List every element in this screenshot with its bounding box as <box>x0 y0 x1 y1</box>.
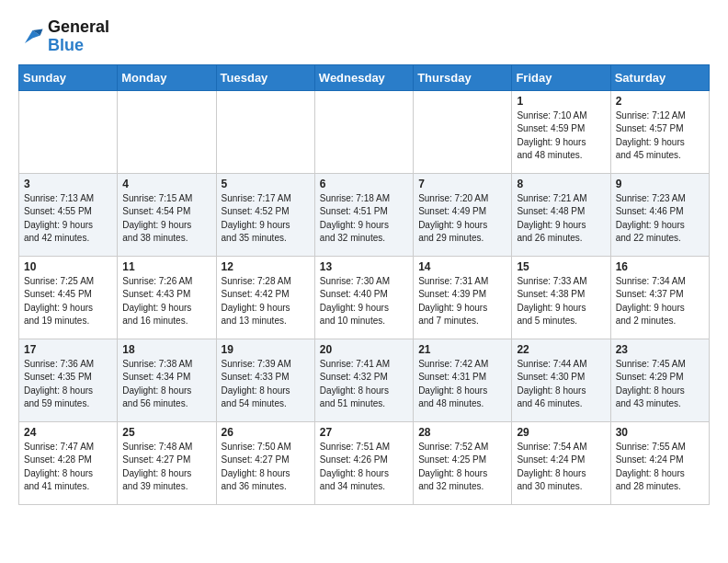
calendar-cell: 24Sunrise: 7:47 AM Sunset: 4:28 PM Dayli… <box>19 421 118 504</box>
calendar-cell: 12Sunrise: 7:28 AM Sunset: 4:42 PM Dayli… <box>216 256 314 339</box>
cell-info: Sunrise: 7:33 AM Sunset: 4:38 PM Dayligh… <box>517 275 605 328</box>
cell-info: Sunrise: 7:23 AM Sunset: 4:46 PM Dayligh… <box>616 192 704 246</box>
calendar-cell: 2Sunrise: 7:12 AM Sunset: 4:57 PM Daylig… <box>610 90 709 173</box>
day-number: 8 <box>517 178 605 190</box>
weekday-header: Monday <box>118 64 216 90</box>
day-number: 29 <box>517 426 605 439</box>
day-number: 5 <box>222 178 310 190</box>
day-number: 27 <box>320 426 408 439</box>
calendar-cell <box>19 90 118 173</box>
cell-info: Sunrise: 7:47 AM Sunset: 4:28 PM Dayligh… <box>24 441 112 494</box>
weekday-header: Wednesday <box>314 64 413 90</box>
calendar-cell: 26Sunrise: 7:50 AM Sunset: 4:27 PM Dayli… <box>216 421 314 504</box>
calendar-cell: 16Sunrise: 7:34 AM Sunset: 4:37 PM Dayli… <box>610 256 709 339</box>
calendar-cell: 30Sunrise: 7:55 AM Sunset: 4:24 PM Dayli… <box>610 421 709 504</box>
cell-info: Sunrise: 7:38 AM Sunset: 4:34 PM Dayligh… <box>122 358 210 411</box>
weekday-header-row: SundayMondayTuesdayWednesdayThursdayFrid… <box>19 64 710 90</box>
cell-info: Sunrise: 7:15 AM Sunset: 4:54 PM Dayligh… <box>122 192 210 246</box>
day-number: 26 <box>222 426 310 439</box>
day-number: 21 <box>418 343 506 356</box>
cell-info: Sunrise: 7:51 AM Sunset: 4:26 PM Dayligh… <box>320 441 408 494</box>
calendar-cell: 23Sunrise: 7:45 AM Sunset: 4:29 PM Dayli… <box>610 339 709 421</box>
day-number: 11 <box>122 260 210 273</box>
calendar-cell: 14Sunrise: 7:31 AM Sunset: 4:39 PM Dayli… <box>414 256 512 339</box>
cell-info: Sunrise: 7:45 AM Sunset: 4:29 PM Dayligh… <box>616 358 704 411</box>
day-number: 23 <box>616 343 704 356</box>
calendar-cell: 11Sunrise: 7:26 AM Sunset: 4:43 PM Dayli… <box>118 256 216 339</box>
day-number: 10 <box>24 260 112 273</box>
day-number: 6 <box>320 178 408 190</box>
day-number: 17 <box>24 343 112 356</box>
page-header: General Blue <box>18 18 710 55</box>
calendar-cell: 20Sunrise: 7:41 AM Sunset: 4:32 PM Dayli… <box>314 339 413 421</box>
day-number: 19 <box>222 343 310 356</box>
cell-info: Sunrise: 7:41 AM Sunset: 4:32 PM Dayligh… <box>320 358 408 411</box>
day-number: 2 <box>616 95 704 108</box>
calendar-cell: 18Sunrise: 7:38 AM Sunset: 4:34 PM Dayli… <box>118 339 216 421</box>
calendar-cell: 3Sunrise: 7:13 AM Sunset: 4:55 PM Daylig… <box>19 173 118 256</box>
weekday-header: Saturday <box>610 64 709 90</box>
weekday-header: Thursday <box>414 64 512 90</box>
calendar-week-row: 24Sunrise: 7:47 AM Sunset: 4:28 PM Dayli… <box>19 421 710 504</box>
logo-text: General Blue <box>48 18 109 55</box>
cell-info: Sunrise: 7:36 AM Sunset: 4:35 PM Dayligh… <box>24 358 112 411</box>
cell-info: Sunrise: 7:26 AM Sunset: 4:43 PM Dayligh… <box>122 275 210 328</box>
calendar-cell: 17Sunrise: 7:36 AM Sunset: 4:35 PM Dayli… <box>19 339 118 421</box>
day-number: 3 <box>24 178 112 190</box>
calendar-cell: 27Sunrise: 7:51 AM Sunset: 4:26 PM Dayli… <box>314 421 413 504</box>
calendar-cell: 9Sunrise: 7:23 AM Sunset: 4:46 PM Daylig… <box>610 173 709 256</box>
weekday-header: Friday <box>512 64 610 90</box>
day-number: 20 <box>320 343 408 356</box>
calendar-week-row: 3Sunrise: 7:13 AM Sunset: 4:55 PM Daylig… <box>19 173 710 256</box>
day-number: 22 <box>517 343 605 356</box>
cell-info: Sunrise: 7:10 AM Sunset: 4:59 PM Dayligh… <box>517 109 605 163</box>
day-number: 9 <box>616 178 704 190</box>
cell-info: Sunrise: 7:13 AM Sunset: 4:55 PM Dayligh… <box>24 192 112 246</box>
cell-info: Sunrise: 7:28 AM Sunset: 4:42 PM Dayligh… <box>222 275 310 328</box>
day-number: 1 <box>517 95 605 108</box>
cell-info: Sunrise: 7:30 AM Sunset: 4:40 PM Dayligh… <box>320 275 408 328</box>
calendar-week-row: 1Sunrise: 7:10 AM Sunset: 4:59 PM Daylig… <box>19 90 710 173</box>
calendar-cell <box>216 90 314 173</box>
day-number: 16 <box>616 260 704 273</box>
calendar-cell: 29Sunrise: 7:54 AM Sunset: 4:24 PM Dayli… <box>512 421 610 504</box>
cell-info: Sunrise: 7:18 AM Sunset: 4:51 PM Dayligh… <box>320 192 408 246</box>
calendar-cell: 15Sunrise: 7:33 AM Sunset: 4:38 PM Dayli… <box>512 256 610 339</box>
day-number: 14 <box>418 260 506 273</box>
day-number: 15 <box>517 260 605 273</box>
cell-info: Sunrise: 7:21 AM Sunset: 4:48 PM Dayligh… <box>517 192 605 246</box>
cell-info: Sunrise: 7:12 AM Sunset: 4:57 PM Dayligh… <box>616 109 704 163</box>
calendar-cell: 6Sunrise: 7:18 AM Sunset: 4:51 PM Daylig… <box>314 173 413 256</box>
cell-info: Sunrise: 7:34 AM Sunset: 4:37 PM Dayligh… <box>616 275 704 328</box>
day-number: 25 <box>122 426 210 439</box>
calendar-cell <box>118 90 216 173</box>
calendar-cell: 1Sunrise: 7:10 AM Sunset: 4:59 PM Daylig… <box>512 90 610 173</box>
day-number: 24 <box>24 426 112 439</box>
day-number: 4 <box>122 178 210 190</box>
logo-icon <box>18 24 44 50</box>
day-number: 30 <box>616 426 704 439</box>
cell-info: Sunrise: 7:52 AM Sunset: 4:25 PM Dayligh… <box>418 441 506 494</box>
calendar-cell: 8Sunrise: 7:21 AM Sunset: 4:48 PM Daylig… <box>512 173 610 256</box>
calendar-cell: 7Sunrise: 7:20 AM Sunset: 4:49 PM Daylig… <box>414 173 512 256</box>
cell-info: Sunrise: 7:50 AM Sunset: 4:27 PM Dayligh… <box>222 441 310 494</box>
cell-info: Sunrise: 7:44 AM Sunset: 4:30 PM Dayligh… <box>517 358 605 411</box>
day-number: 18 <box>122 343 210 356</box>
day-number: 7 <box>418 178 506 190</box>
weekday-header: Tuesday <box>216 64 314 90</box>
calendar-week-row: 17Sunrise: 7:36 AM Sunset: 4:35 PM Dayli… <box>19 339 710 421</box>
cell-info: Sunrise: 7:31 AM Sunset: 4:39 PM Dayligh… <box>418 275 506 328</box>
calendar-cell: 13Sunrise: 7:30 AM Sunset: 4:40 PM Dayli… <box>314 256 413 339</box>
logo: General Blue <box>18 18 109 55</box>
calendar-week-row: 10Sunrise: 7:25 AM Sunset: 4:45 PM Dayli… <box>19 256 710 339</box>
cell-info: Sunrise: 7:54 AM Sunset: 4:24 PM Dayligh… <box>517 441 605 494</box>
calendar-cell: 28Sunrise: 7:52 AM Sunset: 4:25 PM Dayli… <box>414 421 512 504</box>
calendar-cell <box>414 90 512 173</box>
cell-info: Sunrise: 7:48 AM Sunset: 4:27 PM Dayligh… <box>122 441 210 494</box>
calendar-cell: 25Sunrise: 7:48 AM Sunset: 4:27 PM Dayli… <box>118 421 216 504</box>
calendar-cell: 19Sunrise: 7:39 AM Sunset: 4:33 PM Dayli… <box>216 339 314 421</box>
day-number: 12 <box>222 260 310 273</box>
calendar-cell: 4Sunrise: 7:15 AM Sunset: 4:54 PM Daylig… <box>118 173 216 256</box>
calendar-cell <box>314 90 413 173</box>
calendar: SundayMondayTuesdayWednesdayThursdayFrid… <box>18 64 710 505</box>
